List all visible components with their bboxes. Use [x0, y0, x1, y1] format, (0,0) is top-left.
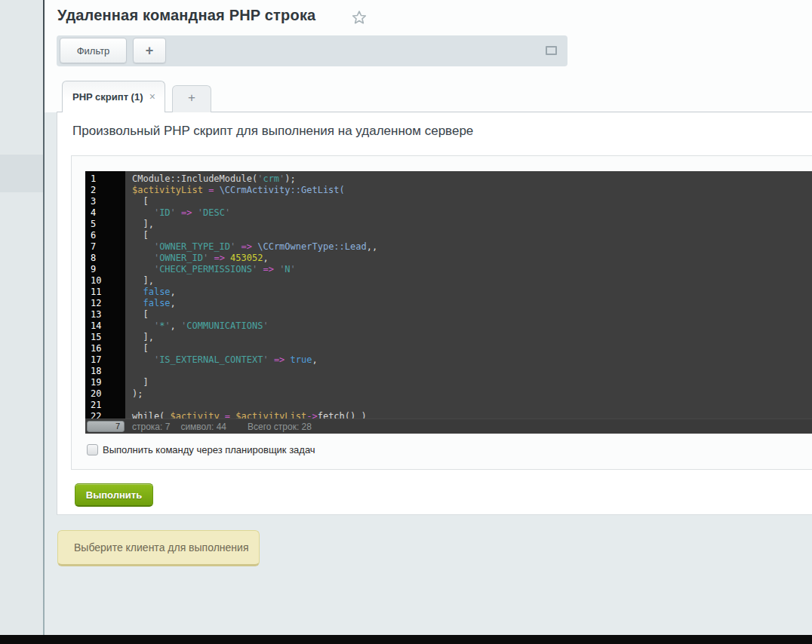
code-area[interactable]: CModule::IncludeModule('crm');$activityL… [125, 171, 812, 419]
line-number-gutter: 12345678910111213141516171819202122 [85, 171, 125, 419]
code-line: [ [132, 230, 812, 241]
code-line: [ [132, 196, 812, 207]
filter-button[interactable]: Фильтр [60, 38, 127, 63]
panel-heading: Произвольный PHP скрипт для выполнения н… [72, 124, 473, 139]
select-client-notice: Выберите клиента для выполнения [57, 530, 260, 566]
execute-button[interactable]: Выполнить [75, 483, 153, 507]
code-line: ], [132, 332, 812, 343]
filter-add-button[interactable]: + [133, 38, 166, 63]
panel-toggle-icon[interactable] [546, 46, 557, 55]
code-line: 'OWNER_ID' => 453052, [132, 253, 812, 264]
code-line [132, 400, 812, 411]
code-line: ], [132, 275, 812, 287]
code-line: '*', 'COMMUNICATIONS' [132, 320, 812, 332]
code-line: $activityList = \CCrmActivity::GetList( [132, 185, 812, 196]
sidebar-active-item[interactable] [0, 155, 43, 192]
page-header: Удаленная командная PHP строка Фильтр + … [45, 0, 812, 112]
tab-php-script[interactable]: PHP скрипт (1) × [62, 81, 165, 112]
status-line: строка: 7 [132, 422, 170, 432]
code-line: while( $activity = $activityList->fetch(… [132, 411, 812, 419]
code-line: 'ID' => 'DESC' [132, 207, 812, 219]
code-line: ], [132, 219, 812, 230]
script-panel: Произвольный PHP скрипт для выполнения н… [57, 112, 812, 515]
cursor-position-status: строка: 7символ: 44Всего строк: 28 [132, 422, 322, 432]
add-tab-button[interactable]: + [172, 85, 211, 112]
collapsed-sidebar[interactable] [0, 0, 43, 635]
status-total-lines: Всего строк: 28 [248, 422, 312, 432]
status-col: символ: 44 [180, 422, 226, 432]
page-title: Удаленная командная PHP строка [57, 7, 315, 24]
editor-subpanel: 12345678910111213141516171819202122 CMod… [71, 155, 812, 470]
code-editor: 12345678910111213141516171819202122 CMod… [85, 171, 812, 434]
star-icon[interactable] [352, 10, 367, 25]
close-icon[interactable]: × [149, 90, 155, 103]
code-line: ] [132, 377, 812, 388]
editor-statusbar: 7 строка: 7символ: 44Всего строк: 28 [85, 419, 812, 434]
scheduler-checkbox-label: Выполнить команду через планировщик зада… [103, 444, 315, 455]
bottom-black-bar [0, 635, 812, 644]
tab-label: PHP скрипт (1) [72, 91, 143, 103]
code-line: [ [132, 309, 812, 320]
code-line: 'OWNER_TYPE_ID' => \CCrmOwnerType::Lead,… [132, 241, 812, 253]
code-line: CModule::IncludeModule('crm'); [132, 173, 812, 185]
code-line: [ [132, 343, 812, 354]
goto-line-input[interactable]: 7 [87, 421, 125, 432]
code-line [132, 366, 812, 377]
code-line: 'CHECK_PERMISSIONS' => 'N' [132, 264, 812, 275]
code-line: ); [132, 388, 812, 400]
code-line: false, [132, 298, 812, 309]
filter-toolbar: Фильтр + [57, 35, 567, 66]
code-line: 'IS_EXTERNAL_CONTEXT' => true, [132, 354, 812, 366]
scheduler-checkbox[interactable] [87, 444, 98, 455]
code-line: false, [132, 287, 812, 298]
